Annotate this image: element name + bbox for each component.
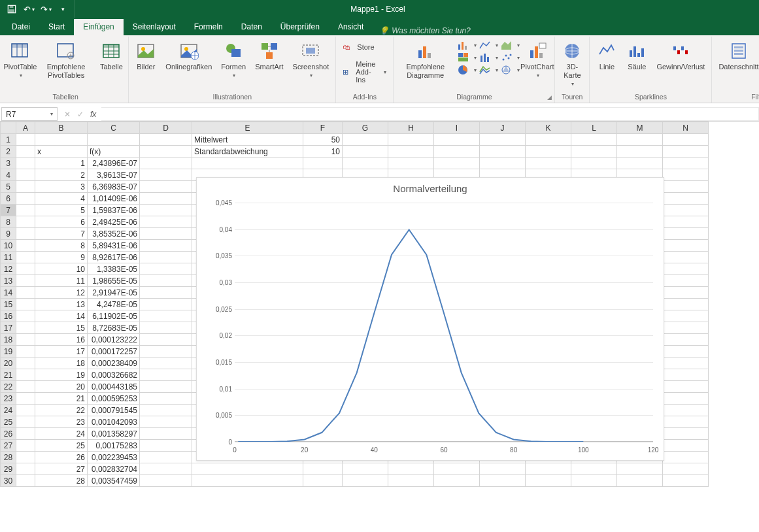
cell-G29[interactable]: [343, 463, 388, 475]
cell-K3[interactable]: [526, 158, 571, 169]
cell-N2[interactable]: [663, 146, 709, 158]
cell-B22[interactable]: 20: [35, 381, 88, 393]
cell-B19[interactable]: 17: [35, 346, 88, 357]
cell-A1[interactable]: [16, 134, 35, 146]
cell-B10[interactable]: 8: [35, 240, 88, 252]
formen-button[interactable]: Formen▾: [218, 39, 248, 80]
cell-C16[interactable]: 6,11902E-05: [88, 310, 140, 322]
embedded-chart[interactable]: Normalverteilung 00,0050,010,0150,020,02…: [196, 177, 664, 461]
row-header-24[interactable]: 24: [1, 405, 16, 416]
pivottable-button[interactable]: PivotTable▾: [7, 39, 34, 80]
cell-M29[interactable]: [617, 463, 663, 475]
cell-C20[interactable]: 0,000238409: [88, 357, 140, 369]
tab-formeln[interactable]: Formeln: [185, 19, 232, 35]
recommended-charts-button[interactable]: Empfohlene Diagramme: [397, 39, 453, 81]
cell-D21[interactable]: [140, 369, 192, 381]
row-header-17[interactable]: 17: [1, 322, 16, 334]
row-header-10[interactable]: 10: [1, 240, 16, 252]
col-header-L[interactable]: L: [571, 122, 617, 134]
cell-C18[interactable]: 0,000123222: [88, 334, 140, 346]
cell-B25[interactable]: 23: [35, 416, 88, 428]
cell-G30[interactable]: [343, 475, 388, 487]
cell-A5[interactable]: [16, 181, 35, 193]
cell-C2[interactable]: f(x): [88, 146, 140, 158]
cell-H29[interactable]: [388, 463, 434, 475]
cell-H2[interactable]: [388, 146, 434, 158]
cell-C19[interactable]: 0,000172257: [88, 346, 140, 357]
chart-type-pie-icon[interactable]: ▾: [457, 64, 477, 76]
cell-D16[interactable]: [140, 310, 192, 322]
chart-type-area-icon[interactable]: ▾: [500, 39, 520, 51]
onlinegrafiken-button[interactable]: Onlinegrafiken: [163, 39, 214, 73]
chart-type-scatter-icon[interactable]: ▾: [500, 52, 520, 63]
cell-B11[interactable]: 9: [35, 252, 88, 263]
cell-H30[interactable]: [388, 475, 434, 487]
col-header-J[interactable]: J: [480, 122, 526, 134]
row-header-1[interactable]: 1: [1, 134, 16, 146]
cell-N17[interactable]: [663, 322, 709, 334]
cell-D3[interactable]: [140, 158, 192, 169]
formula-input[interactable]: [101, 107, 759, 121]
cell-I2[interactable]: [434, 146, 480, 158]
cell-J29[interactable]: [480, 463, 526, 475]
row-header-23[interactable]: 23: [1, 393, 16, 405]
cell-D26[interactable]: [140, 428, 192, 440]
cell-I1[interactable]: [434, 134, 480, 146]
cell-F1[interactable]: 50: [303, 134, 343, 146]
cell-C13[interactable]: 1,98655E-05: [88, 275, 140, 287]
cell-C11[interactable]: 8,92617E-06: [88, 252, 140, 263]
row-header-14[interactable]: 14: [1, 287, 16, 299]
cell-J30[interactable]: [480, 475, 526, 487]
cell-K29[interactable]: [526, 463, 571, 475]
cell-B12[interactable]: 10: [35, 263, 88, 275]
my-addins-button[interactable]: ⊞ Meine Add-Ins ▾: [343, 60, 386, 84]
cell-B28[interactable]: 26: [35, 452, 88, 463]
cell-A15[interactable]: [16, 299, 35, 310]
cell-N26[interactable]: [663, 428, 709, 440]
cell-N9[interactable]: [663, 228, 709, 240]
cell-N15[interactable]: [663, 299, 709, 310]
sparkline-line-button[interactable]: Linie: [594, 39, 620, 73]
cancel-icon[interactable]: ✕: [64, 110, 71, 119]
cell-C12[interactable]: 1,3383E-05: [88, 263, 140, 275]
cell-B4[interactable]: 2: [35, 169, 88, 181]
chart-type-bar-icon[interactable]: ▾: [457, 39, 477, 51]
cell-E2[interactable]: Standardabweichung: [192, 146, 303, 158]
cell-C27[interactable]: 0,00175283: [88, 440, 140, 452]
cell-B7[interactable]: 5: [35, 205, 88, 216]
cell-N4[interactable]: [663, 169, 709, 181]
slicer-button[interactable]: Datenschnitt: [716, 39, 759, 73]
cell-B9[interactable]: 7: [35, 228, 88, 240]
cell-A27[interactable]: [16, 440, 35, 452]
cell-F2[interactable]: 10: [303, 146, 343, 158]
cell-A7[interactable]: [16, 205, 35, 216]
cell-N23[interactable]: [663, 393, 709, 405]
cell-A19[interactable]: [16, 346, 35, 357]
col-header-G[interactable]: G: [343, 122, 388, 134]
cell-N19[interactable]: [663, 346, 709, 357]
cell-D24[interactable]: [140, 405, 192, 416]
col-header-E[interactable]: E: [192, 122, 303, 134]
cell-D17[interactable]: [140, 322, 192, 334]
row-header-4[interactable]: 4: [1, 169, 16, 181]
cell-J1[interactable]: [480, 134, 526, 146]
cell-D12[interactable]: [140, 263, 192, 275]
cell-L3[interactable]: [571, 158, 617, 169]
tab-ansicht[interactable]: Ansicht: [329, 19, 373, 35]
cell-B30[interactable]: 28: [35, 475, 88, 487]
cell-A6[interactable]: [16, 193, 35, 205]
cell-M1[interactable]: [617, 134, 663, 146]
cell-N30[interactable]: [663, 475, 709, 487]
row-header-16[interactable]: 16: [1, 310, 16, 322]
row-header-11[interactable]: 11: [1, 252, 16, 263]
col-header-I[interactable]: I: [434, 122, 480, 134]
cell-N8[interactable]: [663, 216, 709, 228]
cell-B21[interactable]: 19: [35, 369, 88, 381]
row-header-2[interactable]: 2: [1, 146, 16, 158]
tell-me-search[interactable]: 💡 Was möchten Sie tun?: [373, 26, 477, 35]
cell-A8[interactable]: [16, 216, 35, 228]
qat-customize-icon[interactable]: ▾: [55, 1, 71, 17]
cell-D6[interactable]: [140, 193, 192, 205]
tab-einfuegen[interactable]: Einfügen: [74, 19, 123, 35]
cell-B13[interactable]: 11: [35, 275, 88, 287]
